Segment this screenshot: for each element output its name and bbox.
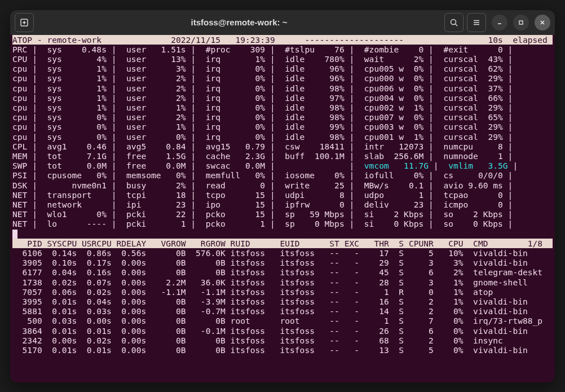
process-row: 1738 0.02s 0.07s 0.00s 2.2M 36.0K itsfos… <box>12 278 553 287</box>
process-row: 6177 0.04s 0.16s 0.00s 0B 0B itsfoss its… <box>12 267 553 277</box>
process-row: 3905 0.10s 0.17s 0.00s 0B 0B itsfoss its… <box>12 258 553 267</box>
sys-row: NET | lo ---- | pcki 1 | pcko 1 | sp 0 M… <box>12 219 553 228</box>
cursor-line <box>12 229 553 239</box>
process-row: 3995 0.01s 0.04s 0.00s 0B -3.9M itsfoss … <box>12 297 553 306</box>
sys-row: PSI | cpusome 0% | memsome 0% | memfull … <box>12 170 553 180</box>
vmlim-value: vmlim 3.5G <box>448 161 507 170</box>
process-row: 5170 0.01s 0.01s 0.00s 0B 0B itsfoss its… <box>12 345 553 355</box>
sys-row: cpu | sys 1% | user 2% | irq 0% | idle 9… <box>12 73 553 83</box>
search-button[interactable] <box>444 13 464 32</box>
new-tab-button[interactable] <box>15 13 34 32</box>
sys-row: CPU | sys 4% | user 13% | irq 1% | idle … <box>12 54 553 64</box>
sys-row: cpu | sys 0% | user 2% | irq 0% | idle 9… <box>12 112 553 122</box>
sys-row: cpu | sys 0% | user 0% | irq 0% | idle 9… <box>12 132 553 142</box>
menu-button[interactable] <box>467 13 486 32</box>
atop-header: ATOP - remote-work 2022/11/15 19:23:39 -… <box>12 35 553 45</box>
sys-row: cpu | sys 1% | user 3% | irq 0% | idle 9… <box>12 64 553 73</box>
sys-row: cpu | sys 0% | user 1% | irq 0% | idle 9… <box>12 122 553 131</box>
sys-row: CPL | avg1 0.46 | avg5 0.84 | avg15 0.79… <box>12 142 553 151</box>
sys-row: cpu | sys 1% | user 1% | irq 0% | idle 9… <box>12 103 553 112</box>
minimize-button[interactable] <box>492 15 507 30</box>
sys-row: SWP | tot 0.0M | free 0.0M | swcac 0.0M … <box>12 161 553 170</box>
process-row: 5881 0.01s 0.03s 0.00s 0B -0.7M itsfoss … <box>12 306 553 316</box>
sys-row: PRC | sys 0.48s | user 1.51s | #proc 309… <box>12 45 553 54</box>
process-row: 3864 0.01s 0.01s 0.00s 0B -0.1M itsfoss … <box>12 326 553 336</box>
svg-point-1 <box>451 19 456 24</box>
cursor <box>12 230 17 239</box>
sys-row: cpu | sys 1% | user 2% | irq 0% | idle 9… <box>12 93 553 103</box>
process-row: 2342 0.00s 0.02s 0.00s 0B 0B itsfoss its… <box>12 336 553 345</box>
window-title: itsfoss@remote-work: ~ <box>37 17 441 27</box>
svg-rect-2 <box>519 21 523 24</box>
close-button[interactable] <box>535 15 550 30</box>
terminal-window: itsfoss@remote-work: ~ ATOP - remote-wor… <box>10 10 555 382</box>
vmcom-value: vmcom 11.7G <box>364 161 429 170</box>
process-row: 6106 0.14s 0.86s 0.56s 0B 576.0K itsfoss… <box>12 248 553 258</box>
sys-row: NET | network | ipi 23 | ipo 15 | ipfrw … <box>12 200 553 209</box>
process-row: 7057 0.06s 0.02s 0.00s -1.1M -1.1M itsfo… <box>12 287 553 297</box>
titlebar: itsfoss@remote-work: ~ <box>10 10 555 35</box>
sys-row: DSK | nvme0n1 | busy 2% | read 0 | write… <box>12 180 553 190</box>
process-row: 500 0.03s 0.00s 0.00s 0B 0B root root --… <box>12 316 553 325</box>
sys-row: cpu | sys 1% | user 2% | irq 0% | idle 9… <box>12 83 553 93</box>
sys-row: NET | transport | tcpi 18 | tcpo 15 | ud… <box>12 190 553 200</box>
maximize-button[interactable] <box>513 15 529 30</box>
process-header: PID SYSCPU USRCPU RDELAY VGROW RGROW RUI… <box>12 239 553 248</box>
sys-row: NET | wlo1 0% | pcki 22 | pcko 15 | sp 5… <box>12 209 553 219</box>
terminal-output[interactable]: ATOP - remote-work 2022/11/15 19:23:39 -… <box>10 35 555 382</box>
sys-row: MEM | tot 7.1G | free 1.5G | cache 2.3G … <box>12 151 553 161</box>
